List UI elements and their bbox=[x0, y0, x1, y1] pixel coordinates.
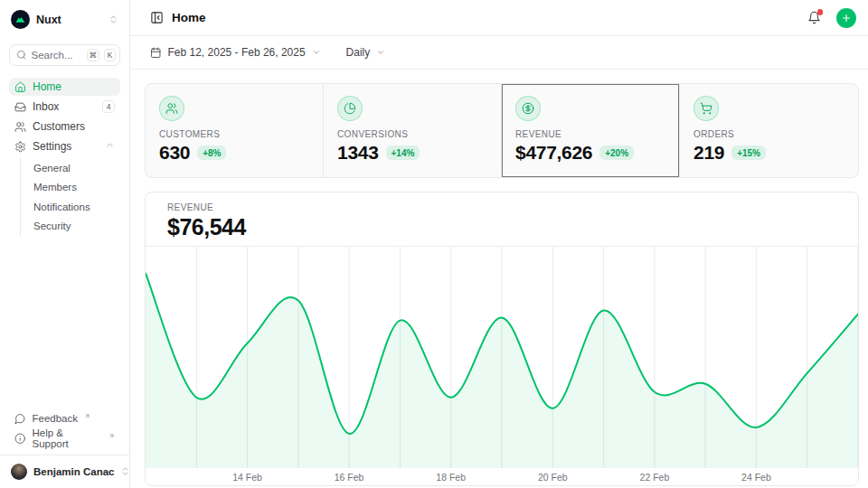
chat-bubble-icon bbox=[14, 413, 26, 425]
stat-label: ORDERS bbox=[693, 129, 844, 139]
stat-label: CONVERSIONS bbox=[337, 129, 487, 139]
app-root: Nuxt Search... ⌘ K Home bbox=[0, 0, 868, 488]
period-label: Daily bbox=[346, 46, 371, 59]
external-link-icon bbox=[84, 413, 90, 419]
users-icon bbox=[159, 96, 184, 121]
stat-card-customers[interactable]: CUSTOMERS 630 +8% bbox=[146, 84, 324, 177]
avatar bbox=[11, 464, 27, 480]
chevron-down-icon bbox=[312, 48, 321, 57]
svg-text:22 Feb: 22 Feb bbox=[640, 472, 670, 483]
cart-icon bbox=[693, 96, 719, 121]
period-select[interactable]: Daily bbox=[346, 46, 386, 59]
nuxt-logo-icon bbox=[11, 10, 30, 29]
svg-text:24 Feb: 24 Feb bbox=[741, 472, 771, 483]
calendar-icon bbox=[150, 47, 162, 59]
delta-badge: +14% bbox=[386, 145, 420, 160]
stat-card-orders[interactable]: ORDERS 219 +15% bbox=[680, 84, 858, 177]
sidebar-item-general[interactable]: General bbox=[21, 158, 120, 178]
svg-text:20 Feb: 20 Feb bbox=[538, 472, 568, 483]
sidebar-item-security[interactable]: Security bbox=[21, 217, 120, 237]
page-content: CUSTOMERS 630 +8% CONVERSIONS 1343 +14% bbox=[130, 70, 868, 488]
collapse-sidebar-icon[interactable] bbox=[150, 11, 164, 24]
chevrons-up-down-icon bbox=[120, 464, 130, 480]
chart-metric-label: REVENUE bbox=[167, 202, 836, 212]
sidebar-item-inbox[interactable]: Inbox 4 bbox=[9, 98, 120, 116]
dollar-circle-icon bbox=[515, 96, 541, 121]
inbox-icon bbox=[14, 101, 26, 113]
top-header: Home bbox=[130, 0, 868, 36]
filters-toolbar: Feb 12, 2025 - Feb 26, 2025 Daily bbox=[130, 36, 868, 70]
delta-badge: +15% bbox=[731, 145, 766, 160]
stat-value: 219 bbox=[693, 142, 724, 164]
sidebar-item-notifications[interactable]: Notifications bbox=[21, 197, 120, 217]
info-icon bbox=[14, 433, 26, 445]
sidebar-item-home[interactable]: Home bbox=[9, 78, 120, 96]
gear-icon bbox=[14, 141, 26, 153]
stat-label: CUSTOMERS bbox=[159, 129, 309, 139]
add-button[interactable] bbox=[836, 8, 856, 28]
notification-dot bbox=[817, 9, 824, 15]
delta-badge: +20% bbox=[599, 145, 634, 160]
external-link-icon bbox=[108, 433, 115, 439]
chevron-down-icon bbox=[376, 48, 385, 57]
user-menu[interactable]: Benjamin Canac bbox=[0, 455, 129, 488]
stat-card-revenue[interactable]: REVENUE $477,626 +20% bbox=[502, 84, 680, 177]
main-panel: Home Feb 12, 2025 - Feb 26, 2025 bbox=[130, 0, 868, 488]
revenue-chart-card: REVENUE $76,544 14 Feb16 Feb18 Feb20 Feb… bbox=[145, 192, 859, 486]
sidebar-item-label: Help & Support bbox=[33, 427, 103, 449]
inbox-count-badge: 4 bbox=[102, 100, 115, 113]
search-icon bbox=[16, 47, 27, 63]
sidebar-item-customers[interactable]: Customers bbox=[9, 117, 120, 136]
pie-chart-icon bbox=[337, 96, 363, 121]
sidebar-item-label: Settings bbox=[33, 140, 71, 153]
date-range-label: Feb 12, 2025 - Feb 26, 2025 bbox=[168, 46, 306, 59]
page-title: Home bbox=[172, 11, 206, 24]
sidebar: Nuxt Search... ⌘ K Home bbox=[0, 0, 130, 488]
chart-plot-area: 14 Feb16 Feb18 Feb20 Feb22 Feb24 Feb bbox=[146, 247, 858, 485]
chart-header: REVENUE $76,544 bbox=[146, 192, 858, 247]
sidebar-item-label: Home bbox=[33, 80, 61, 93]
sidebar-item-label: Customers bbox=[33, 120, 85, 133]
sidebar-item-label: Feedback bbox=[33, 413, 79, 424]
search-input[interactable]: Search... ⌘ K bbox=[9, 44, 120, 66]
users-icon bbox=[14, 121, 26, 133]
search-placeholder: Search... bbox=[32, 50, 82, 61]
sidebar-spacer bbox=[9, 237, 120, 408]
stat-value: 630 bbox=[159, 142, 190, 164]
sidebar-item-help-support[interactable]: Help & Support bbox=[9, 428, 120, 448]
settings-children: General Members Notifications Security bbox=[20, 158, 120, 236]
kbd-meta: ⌘ bbox=[87, 49, 100, 61]
chart-metric-value: $76,544 bbox=[167, 214, 836, 240]
delta-badge: +8% bbox=[197, 145, 226, 160]
stat-value: $477,626 bbox=[515, 142, 592, 164]
user-name: Benjamin Canac bbox=[33, 466, 114, 477]
chevrons-up-down-icon bbox=[108, 12, 118, 28]
svg-text:18 Feb: 18 Feb bbox=[436, 472, 466, 483]
chevron-up-icon bbox=[105, 140, 115, 153]
sidebar-item-settings[interactable]: Settings bbox=[9, 137, 120, 155]
house-icon bbox=[14, 81, 26, 93]
stat-label: REVENUE bbox=[515, 129, 665, 139]
date-range-picker[interactable]: Feb 12, 2025 - Feb 26, 2025 bbox=[150, 46, 321, 59]
sidebar-item-members[interactable]: Members bbox=[21, 178, 120, 198]
revenue-area-chart[interactable]: 14 Feb16 Feb18 Feb20 Feb22 Feb24 Feb bbox=[146, 247, 858, 485]
stat-value: 1343 bbox=[337, 142, 379, 164]
kbd-k: K bbox=[104, 49, 116, 61]
stats-cards: CUSTOMERS 630 +8% CONVERSIONS 1343 +14% bbox=[145, 83, 859, 178]
sidebar-nav: Home Inbox 4 Customers Settings bbox=[9, 78, 120, 237]
svg-text:14 Feb: 14 Feb bbox=[232, 472, 262, 483]
svg-text:16 Feb: 16 Feb bbox=[335, 472, 364, 483]
notifications-bell-icon[interactable] bbox=[807, 11, 821, 24]
workspace-name: Nuxt bbox=[36, 14, 61, 26]
sidebar-item-feedback[interactable]: Feedback bbox=[9, 408, 120, 428]
workspace-switcher[interactable]: Nuxt bbox=[9, 8, 120, 31]
stat-card-conversions[interactable]: CONVERSIONS 1343 +14% bbox=[324, 84, 502, 177]
sidebar-item-label: Inbox bbox=[33, 100, 59, 113]
